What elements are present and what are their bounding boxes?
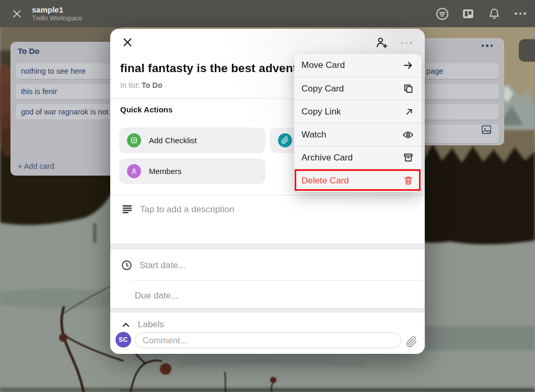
board-card[interactable]: this is fenir [16,84,118,99]
menu-item-move-card[interactable]: Move Card [294,54,422,77]
menu-item-copy-card[interactable]: Copy Card [294,77,422,100]
menu-item-delete-card[interactable]: Delete Card [294,169,422,192]
add-checklist-button[interactable]: Add Checklist [119,128,265,153]
chevron-up-icon [121,319,131,330]
due-date-row[interactable]: Due date... [135,291,178,301]
image-attachment-icon [481,124,492,140]
list-title: To Do [18,47,39,55]
due-date-placeholder: Due date... [135,291,178,301]
member-icon [127,164,141,178]
menu-item-watch[interactable]: Watch [294,123,422,146]
clock-icon [121,259,133,271]
board-title: sample1 [32,5,83,15]
quick-actions-heading: Quick Actions [120,105,172,114]
card-in-list: In list:To Do [120,81,162,89]
card-context-menu: Move Card Copy Card Copy Link Watch Arch… [294,54,422,192]
archive-icon [403,152,414,163]
attach-paperclip-icon[interactable] [405,335,418,349]
workspace-name: Trello Workspace [32,15,83,22]
description-row[interactable]: Tap to add a description [121,203,235,215]
members-button[interactable]: Members [119,158,265,184]
menu-item-archive-card[interactable]: Archive Card [294,146,422,169]
eye-icon [402,129,414,141]
arrow-up-right-icon [404,107,414,117]
add-list-button[interactable] [519,39,535,62]
board-card[interactable]: god of war ragnarok is not [16,104,118,120]
card-overflow-menu-icon[interactable] [399,38,414,48]
trash-icon [403,175,414,186]
description-icon [121,203,133,215]
section-gap [110,308,425,313]
board-switcher-icon[interactable] [461,6,475,21]
notifications-bell-icon[interactable] [487,6,502,21]
copy-icon [403,83,414,94]
arrow-right-icon [402,60,414,71]
close-board-icon[interactable] [10,7,24,20]
labels-label: Labels [138,319,164,330]
section-gap [110,244,425,249]
overflow-menu-icon[interactable] [513,6,528,21]
quick-action-label: Add Checklist [149,136,197,145]
description-placeholder: Tap to add a description [140,204,235,215]
list-todo: To Do nothing to see here this is fenir … [10,42,123,176]
avatar: SC [115,332,131,348]
board-card[interactable]: nothing to see here [16,63,118,79]
filter-icon[interactable] [435,6,449,21]
divider [110,195,425,195]
labels-row[interactable]: Labels [121,319,164,330]
comment-input[interactable] [135,332,401,348]
paperclip-icon [278,133,292,147]
comment-bar: SC [110,330,425,354]
topbar: sample1 Trello Workspace [0,0,535,27]
menu-item-copy-link[interactable]: Copy Link [294,100,422,123]
list-overflow-menu-icon[interactable] [482,44,493,47]
quick-action-label: Members [149,167,182,176]
add-member-icon[interactable] [375,36,389,50]
trello-card-screen: To Do nothing to see here this is fenir … [0,0,535,392]
start-date-row[interactable]: Start date... [121,259,185,271]
close-card-icon[interactable] [121,36,134,49]
checklist-icon [127,133,141,147]
start-date-placeholder: Start date... [139,260,185,271]
divider [132,280,425,281]
add-card-button[interactable]: + Add card [18,162,54,170]
